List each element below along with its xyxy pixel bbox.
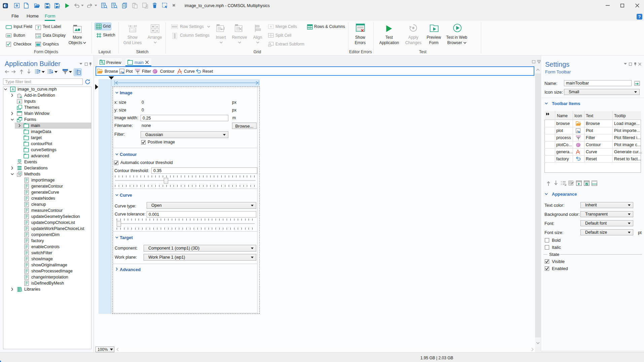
svg-text:1.23: 1.23 <box>130 29 136 32</box>
svg-text:OK: OK <box>7 35 11 37</box>
svg-text:1.23: 1.23 <box>36 35 40 38</box>
svg-text:A: A <box>12 88 14 91</box>
